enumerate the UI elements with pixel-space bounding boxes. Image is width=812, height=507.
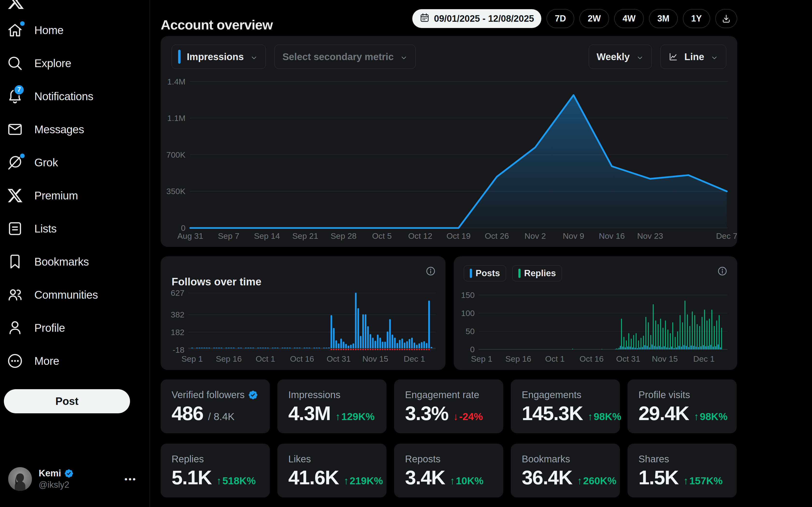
sidebar-item-bookmarks[interactable]: Bookmarks — [0, 245, 150, 278]
sidebar-item-notifications[interactable]: 7Notifications — [0, 80, 150, 113]
primary-metric-dropdown[interactable]: Impressions — [171, 45, 266, 69]
bookmark-icon — [7, 253, 23, 270]
svg-text:0: 0 — [470, 345, 475, 354]
stat-label: Bookmarks — [522, 454, 609, 464]
account-name: Kemi — [39, 467, 61, 479]
svg-text:-18: -18 — [172, 345, 185, 354]
follows-chart[interactable]: 627382182-18Sep 1Sep 16Oct 1Oct 16Oct 31… — [161, 257, 445, 370]
chart-controls: Impressions Select secondary metric Week… — [171, 45, 726, 69]
account-more-button[interactable]: ••• — [124, 474, 137, 484]
stat-delta: ↑260K% — [577, 475, 616, 487]
stat-card-likes: Likes41.6K↑219K% — [277, 444, 387, 497]
download-button[interactable] — [715, 9, 737, 28]
sidebar-item-profile[interactable]: Profile — [0, 311, 150, 344]
stat-card-verified-followers: Verified followers486/ 8.4K — [161, 380, 270, 433]
arrow-up-icon: ↑ — [694, 411, 699, 422]
post-button[interactable]: Post — [4, 389, 130, 413]
avatar — [8, 467, 32, 491]
period-button-7d[interactable]: 7D — [547, 9, 574, 28]
verified-badge-icon — [248, 390, 258, 400]
x-logo-icon[interactable] — [7, 0, 24, 11]
stat-suffix: / 8.4K — [208, 411, 235, 422]
svg-text:Oct 31: Oct 31 — [327, 354, 351, 363]
stats-grid: Verified followers486/ 8.4KImpressions4.… — [161, 380, 737, 497]
grok-icon — [7, 154, 23, 171]
stat-label: Reposts — [405, 454, 492, 464]
arrow-up-icon: ↑ — [683, 475, 688, 487]
sidebar-item-premium[interactable]: Premium — [0, 179, 150, 212]
date-range-button[interactable]: 09/01/2025 - 12/08/2025 — [412, 9, 541, 28]
svg-text:Sep 28: Sep 28 — [331, 231, 356, 240]
sidebar-item-label: Explore — [34, 57, 71, 70]
follows-card: Follows over time 627382182-18Sep 1Sep 1… — [161, 257, 445, 370]
sidebar-item-explore[interactable]: Explore — [0, 47, 150, 80]
svg-text:Oct 1: Oct 1 — [545, 354, 565, 363]
account-chip[interactable]: Kemi @iksly2 ••• — [2, 464, 147, 494]
replies-chip[interactable]: Replies — [512, 265, 562, 281]
line-chart-icon — [668, 52, 678, 62]
arrow-up-icon: ↑ — [588, 411, 593, 422]
stat-card-impressions: Impressions4.3M↑129K% — [277, 380, 387, 433]
stat-value: 145.3K — [522, 402, 582, 425]
period-button-4w[interactable]: 4W — [614, 9, 644, 28]
sidebar-item-lists[interactable]: Lists — [0, 212, 150, 245]
verified-badge-icon — [64, 469, 74, 478]
info-icon[interactable] — [717, 266, 728, 276]
stat-value: 1.5K — [639, 466, 678, 489]
svg-text:1.1M: 1.1M — [167, 113, 185, 123]
x-logo-icon — [7, 187, 23, 204]
stat-value: 3.4K — [405, 466, 445, 489]
svg-text:150: 150 — [461, 290, 475, 300]
sidebar-item-home[interactable]: Home — [0, 13, 150, 47]
chart-type-dropdown[interactable]: Line — [660, 45, 726, 69]
stat-label: Profile visits — [639, 389, 726, 400]
stat-card-bookmarks: Bookmarks36.4K↑260K% — [511, 444, 620, 497]
svg-text:Nov 15: Nov 15 — [652, 354, 678, 363]
arrow-up-icon: ↑ — [577, 475, 582, 487]
replies-accent-bar — [518, 269, 520, 278]
svg-text:Sep 1: Sep 1 — [471, 354, 492, 363]
arrow-up-icon: ↑ — [216, 475, 221, 487]
svg-text:Nov 9: Nov 9 — [563, 231, 585, 240]
period-buttons: 7D2W4W3M1Y — [547, 9, 710, 28]
svg-text:Sep 14: Sep 14 — [254, 231, 280, 240]
period-button-1y[interactable]: 1Y — [683, 9, 710, 28]
svg-text:Oct 16: Oct 16 — [579, 354, 604, 363]
stat-card-engagements: Engagements145.3K↑98K% — [511, 380, 620, 433]
stat-value: 3.3% — [405, 402, 448, 425]
period-button-2w[interactable]: 2W — [579, 9, 609, 28]
bell-icon: 7 — [7, 88, 23, 105]
stat-value: 41.6K — [288, 466, 339, 489]
sidebar-item-communities[interactable]: Communities — [0, 278, 150, 311]
period-button-3m[interactable]: 3M — [649, 9, 678, 28]
stat-card-shares: Shares1.5K↑157K% — [627, 444, 737, 497]
sidebar-item-label: Home — [34, 24, 63, 37]
sidebar-item-more[interactable]: More — [0, 344, 150, 377]
calendar-icon — [419, 12, 430, 25]
chevron-down-icon — [250, 53, 258, 61]
svg-text:Dec 7: Dec 7 — [716, 231, 737, 240]
svg-text:Oct 19: Oct 19 — [446, 231, 470, 240]
sidebar-item-grok[interactable]: Grok — [0, 146, 150, 179]
main-chart-card: Impressions Select secondary metric Week… — [161, 36, 737, 247]
svg-text:Oct 12: Oct 12 — [408, 231, 433, 240]
stat-value: 36.4K — [522, 466, 572, 489]
svg-text:Nov 16: Nov 16 — [599, 231, 625, 240]
unread-dot — [20, 154, 24, 158]
stat-delta: ↑10K% — [450, 475, 483, 487]
svg-text:Sep 16: Sep 16 — [505, 354, 531, 363]
date-controls: 09/01/2025 - 12/08/2025 7D2W4W3M1Y — [161, 9, 737, 28]
series-chips: Posts Replies — [464, 265, 562, 281]
info-icon[interactable] — [425, 266, 436, 276]
svg-text:350K: 350K — [166, 187, 186, 196]
granularity-dropdown[interactable]: Weekly — [589, 45, 652, 69]
svg-text:100: 100 — [461, 308, 475, 318]
posts-chip[interactable]: Posts — [464, 265, 506, 281]
secondary-metric-dropdown[interactable]: Select secondary metric — [274, 45, 416, 69]
metric-accent-bar — [178, 50, 181, 64]
sidebar-item-messages[interactable]: Messages — [0, 113, 150, 146]
svg-text:Nov 2: Nov 2 — [524, 231, 546, 240]
svg-text:Sep 7: Sep 7 — [218, 231, 240, 240]
sidebar: HomeExplore7NotificationsMessagesGrokPre… — [0, 0, 150, 507]
stat-label: Likes — [288, 454, 375, 464]
